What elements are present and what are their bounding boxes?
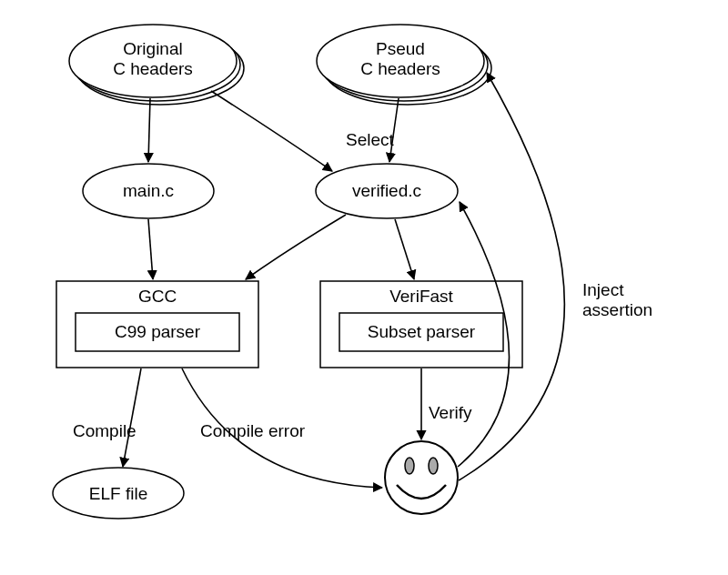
verification-workflow-diagram: Original C headers Pseud C headers main.…	[0, 0, 728, 575]
verifast-inner: Subset parser	[368, 322, 476, 341]
node-gcc: GCC C99 parser	[56, 281, 258, 368]
node-main-c: main.c	[83, 164, 214, 218]
node-original-c-headers: Original C headers	[69, 25, 244, 105]
elf-label: ELF file	[89, 484, 147, 503]
edge-smiley-to-pseud	[459, 73, 564, 480]
main-c-label: main.c	[123, 181, 174, 200]
svg-point-13	[385, 441, 458, 514]
label-inject-line2: assertion	[582, 300, 652, 319]
node-elf-file: ELF file	[53, 468, 184, 519]
edge-verified-to-verifast	[395, 219, 414, 279]
smiley-icon	[385, 441, 458, 514]
label-verify: Verify	[429, 403, 472, 422]
gcc-inner: C99 parser	[115, 322, 201, 341]
orig-headers-line1: Original	[123, 39, 182, 58]
edge-orig-to-main	[148, 98, 150, 162]
node-verifast: VeriFast Subset parser	[320, 281, 522, 368]
orig-headers-line2: C headers	[113, 59, 193, 78]
label-inject-line1: Inject	[582, 280, 624, 299]
gcc-title: GCC	[138, 287, 177, 306]
svg-point-14	[405, 458, 414, 474]
pseud-headers-line2: C headers	[360, 59, 440, 78]
verified-c-label: verified.c	[352, 181, 421, 200]
label-compile-error: Compile error	[200, 421, 306, 440]
edge-gcc-to-elf	[123, 368, 141, 467]
edge-main-to-gcc	[148, 219, 153, 279]
node-pseud-c-headers: Pseud C headers	[317, 25, 491, 105]
edge-verified-to-gcc	[246, 215, 346, 279]
pseud-headers-line1: Pseud	[376, 39, 425, 58]
edge-orig-to-verified	[211, 91, 332, 171]
label-compile: Compile	[73, 421, 136, 440]
node-verified-c: verified.c	[316, 164, 458, 218]
label-select: Select	[346, 130, 395, 149]
verifast-title: VeriFast	[389, 287, 453, 306]
svg-point-15	[429, 458, 438, 474]
